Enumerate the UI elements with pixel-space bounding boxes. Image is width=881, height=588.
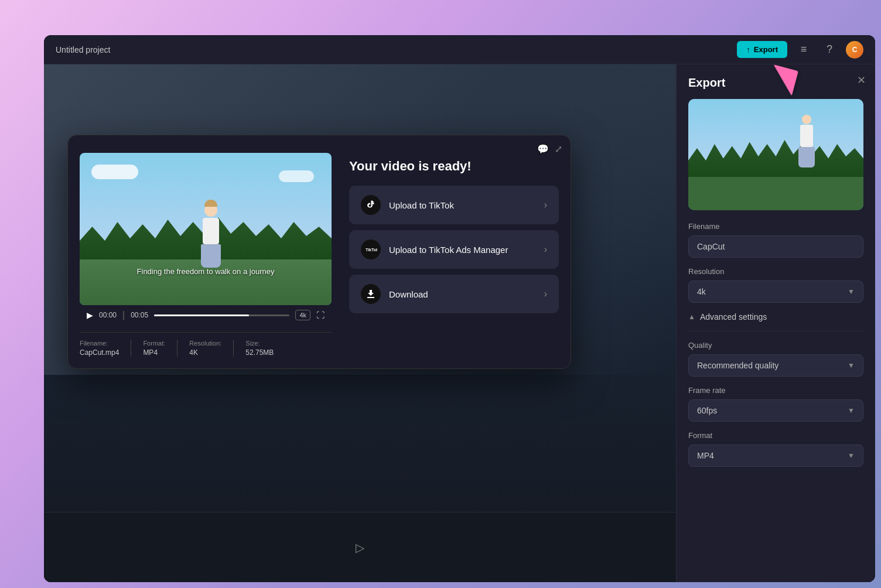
close-button[interactable]: ✕ bbox=[857, 74, 866, 87]
timeline-area: ▷ bbox=[44, 512, 676, 582]
info-divider-2 bbox=[177, 340, 177, 357]
help-icon[interactable]: ? bbox=[820, 40, 839, 59]
advanced-settings-toggle[interactable]: ▲ Advanced settings bbox=[688, 312, 863, 322]
upload-tiktok-ads-button[interactable]: TikTok Upload to TikTok Ads Manager › bbox=[349, 230, 559, 269]
upload-icon: ↑ bbox=[746, 45, 750, 54]
framerate-field-label: Frame rate bbox=[688, 386, 863, 395]
video-preview: Finding the freedom to walk on a journey bbox=[80, 153, 332, 305]
quality-dropdown-value: Recommended quality bbox=[697, 361, 778, 370]
progress-bar[interactable] bbox=[154, 314, 289, 316]
quality-dropdown[interactable]: Recommended quality ▼ bbox=[688, 354, 863, 377]
size-value: 52.75MB bbox=[245, 348, 274, 357]
format-chevron-down-icon: ▼ bbox=[848, 452, 855, 460]
upload-tiktok-ads-label: Upload to TikTok Ads Manager bbox=[389, 245, 508, 255]
info-divider-1 bbox=[131, 340, 131, 357]
quality-field-label: Quality bbox=[688, 341, 863, 350]
chevron-right-icon-3: › bbox=[544, 289, 547, 299]
resolution-label: Resolution: bbox=[189, 340, 221, 347]
modal-icons: 💬 ⤢ bbox=[537, 143, 562, 155]
download-icon bbox=[361, 284, 381, 304]
chevron-right-icon-2: › bbox=[544, 244, 547, 255]
advanced-settings-label: Advanced settings bbox=[700, 312, 767, 322]
video-player: Finding the freedom to walk on a journey… bbox=[80, 153, 332, 357]
main-content: 💬 ⤢ bbox=[44, 64, 875, 582]
thumb-person-torso bbox=[800, 125, 813, 147]
video-thumbnail: Finding the freedom to walk on a journey bbox=[80, 153, 332, 305]
play-button[interactable]: ▶ bbox=[87, 310, 93, 320]
format-field-label: Format bbox=[688, 431, 863, 440]
export-thumbnail bbox=[688, 99, 863, 210]
framerate-dropdown[interactable]: 60fps ▼ bbox=[688, 399, 863, 422]
export-button[interactable]: ↑ Export bbox=[737, 41, 787, 58]
cloud-2 bbox=[279, 170, 314, 182]
person-torso bbox=[203, 218, 219, 244]
cloud-1 bbox=[91, 165, 138, 179]
svg-text:TikTok: TikTok bbox=[366, 248, 377, 252]
tiktok-icon bbox=[361, 195, 381, 215]
resolution-info: Resolution: 4K bbox=[189, 340, 221, 357]
download-button[interactable]: Download › bbox=[349, 275, 559, 313]
info-divider-3 bbox=[233, 340, 234, 357]
video-controls: ▶ 00:00 | 00:05 4k ⛶ bbox=[80, 305, 332, 325]
file-info: Filename: CapCut.mp4 Format: MP4 Resolut… bbox=[80, 332, 332, 357]
time-separator: | bbox=[122, 310, 125, 320]
comment-icon[interactable]: 💬 bbox=[537, 143, 549, 155]
resolution-field-label: Resolution bbox=[688, 267, 863, 276]
action-panel: Your video is ready! Upload to TikTok › bbox=[349, 153, 559, 357]
filename-info: Filename: CapCut.mp4 bbox=[80, 340, 119, 357]
filename-value: CapCut.mp4 bbox=[80, 348, 119, 357]
export-thumb-background bbox=[688, 99, 863, 210]
size-label: Size: bbox=[245, 340, 274, 347]
person-hair bbox=[204, 200, 217, 207]
resolution-dropdown[interactable]: 4k ▼ bbox=[688, 281, 863, 303]
filename-input[interactable] bbox=[688, 235, 863, 258]
avatar[interactable]: C bbox=[846, 41, 863, 59]
download-label: Download bbox=[389, 289, 428, 299]
total-time: 00:05 bbox=[131, 311, 148, 319]
video-ready-modal: 💬 ⤢ bbox=[67, 135, 571, 369]
top-bar: Untitled project ↑ Export ≡ ? C bbox=[44, 35, 875, 64]
editor-area: 💬 ⤢ bbox=[44, 64, 676, 582]
top-bar-actions: ↑ Export ≡ ? C bbox=[737, 40, 863, 59]
resolution-dropdown-value: 4k bbox=[697, 287, 706, 296]
format-dropdown-value: MP4 bbox=[697, 451, 714, 460]
video-person-figure bbox=[196, 197, 226, 267]
upload-tiktok-button[interactable]: Upload to TikTok › bbox=[349, 186, 559, 224]
chevron-up-icon: ▲ bbox=[688, 313, 695, 321]
progress-fill bbox=[154, 314, 249, 316]
chevron-right-icon: › bbox=[544, 200, 547, 210]
timeline-play-button[interactable]: ▷ bbox=[350, 537, 371, 558]
settings-divider bbox=[688, 331, 863, 331]
video-subtitle: Finding the freedom to walk on a journey bbox=[80, 267, 332, 276]
person-skirt bbox=[201, 244, 221, 268]
thumb-ground bbox=[688, 177, 863, 210]
video-ready-title: Your video is ready! bbox=[349, 159, 559, 174]
thumb-person-head bbox=[802, 115, 811, 124]
quality-chevron-down-icon: ▼ bbox=[848, 361, 855, 370]
tiktok-ads-icon: TikTok bbox=[361, 240, 381, 259]
fullscreen-button[interactable]: ⛶ bbox=[316, 310, 325, 320]
filename-field-label: Filename bbox=[688, 222, 863, 231]
project-title: Untitled project bbox=[56, 45, 110, 54]
chevron-down-icon: ▼ bbox=[848, 288, 855, 296]
format-value: MP4 bbox=[143, 348, 165, 357]
format-label: Format: bbox=[143, 340, 165, 347]
upload-tiktok-label: Upload to TikTok bbox=[389, 200, 454, 210]
export-panel: Export ✕ Filename Resolution 4k bbox=[676, 64, 875, 582]
framerate-chevron-down-icon: ▼ bbox=[848, 406, 855, 415]
current-time: 00:00 bbox=[99, 311, 117, 319]
resolution-value: 4K bbox=[189, 348, 221, 357]
filename-label: Filename: bbox=[80, 340, 119, 347]
thumb-person bbox=[793, 115, 819, 179]
format-info: Format: MP4 bbox=[143, 340, 165, 357]
framerate-dropdown-value: 60fps bbox=[697, 406, 717, 415]
quality-badge: 4k bbox=[295, 310, 310, 320]
menu-icon[interactable]: ≡ bbox=[794, 40, 813, 59]
format-dropdown[interactable]: MP4 ▼ bbox=[688, 445, 863, 467]
size-info: Size: 52.75MB bbox=[245, 340, 274, 357]
thumb-person-skirt bbox=[798, 147, 815, 167]
modal-body: Finding the freedom to walk on a journey… bbox=[80, 153, 559, 357]
fullscreen-icon[interactable]: ⤢ bbox=[555, 143, 562, 155]
app-window: Untitled project ↑ Export ≡ ? C 💬 ⤢ bbox=[44, 35, 875, 582]
